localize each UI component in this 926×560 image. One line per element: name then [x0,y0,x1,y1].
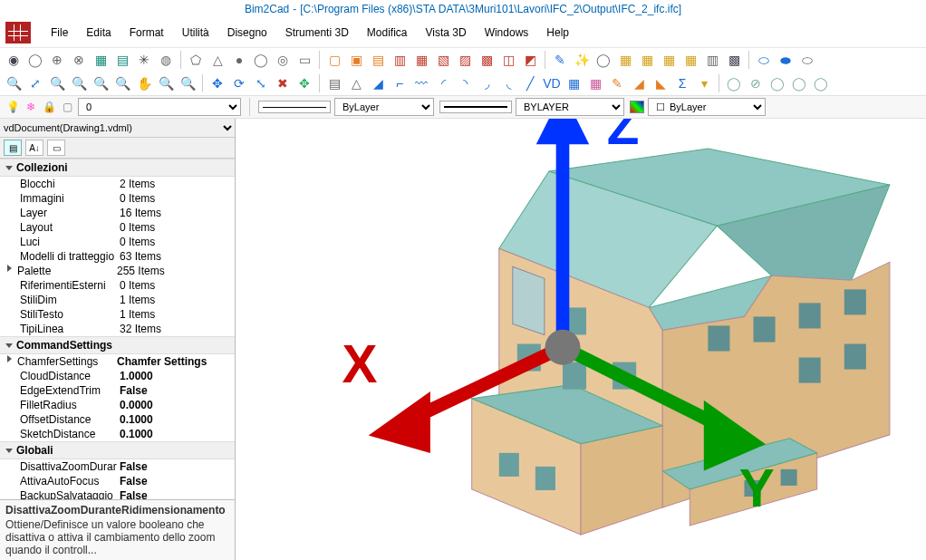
box-red7-icon[interactable]: ◩ [520,50,540,70]
box-red5-icon[interactable]: ▩ [477,50,497,70]
property-row[interactable]: ChamferSettingsChamfer Settings [0,354,235,369]
wedge-icon[interactable]: ◢ [368,73,388,93]
panel-page-icon[interactable]: ▭ [47,140,65,156]
panel-sort-icon[interactable]: A↓ [25,140,43,156]
circ2-icon[interactable]: ⊘ [746,73,766,93]
arc3-icon[interactable]: ◞ [477,73,497,93]
orbit-icon[interactable]: 🔍 [156,73,176,93]
copy-icon[interactable]: ✥ [294,73,314,93]
sum-icon[interactable]: Σ [672,73,692,93]
brush-icon[interactable]: ✎ [607,73,627,93]
zoom-extents-icon[interactable]: ⤢ [25,73,45,93]
property-row[interactable]: DisattivaZoomDurarFalse [0,459,235,474]
line1-icon[interactable]: ╱ [520,73,540,93]
tri2-icon[interactable]: ◣ [651,73,670,93]
property-row[interactable]: Luci0 Items [0,235,235,249]
box-icon[interactable]: ▭ [294,50,314,70]
cone-icon[interactable]: △ [207,50,227,70]
menu-strumenti-3d[interactable]: Strumenti 3D [276,23,358,43]
arc1-icon[interactable]: ◜ [433,73,453,93]
globe2-icon[interactable]: ⊗ [69,50,89,70]
panel-categorized-icon[interactable]: ▤ [4,140,22,156]
axes-icon[interactable]: ✳ [134,50,154,70]
zoom-prev-icon[interactable]: 🔍 [69,73,89,93]
pencil-icon[interactable]: ✎ [550,50,570,70]
circ5-icon[interactable]: ◯ [811,73,831,93]
freeze-icon[interactable]: ❄ [24,100,38,114]
measure-icon[interactable]: ◯ [593,50,613,70]
box-wire3-icon[interactable]: ▤ [368,50,388,70]
box-wire1-icon[interactable]: ▢ [324,50,344,70]
scale-icon[interactable]: ⤡ [251,73,271,93]
arc4-icon[interactable]: ◟ [498,73,518,93]
link2-icon[interactable]: ⬬ [776,50,796,70]
property-row[interactable]: Layer16 Items [0,206,235,220]
property-row[interactable]: TipiLinea32 Items [0,322,235,336]
menu-file[interactable]: File [42,23,77,43]
property-row[interactable]: Palette255 Items [0,264,235,278]
property-row[interactable]: OffsetDistance0.1000 [0,412,235,427]
menu-utilita[interactable]: Utilità [173,23,218,43]
dropdown1-icon[interactable]: ▾ [694,73,714,93]
properties-grid[interactable]: CollezioniBlocchi2 ItemsImmagini0 ItemsL… [0,159,235,499]
menu-help[interactable]: Help [537,23,578,43]
3d-viewport[interactable]: Z X Y [236,119,926,560]
link1-icon[interactable]: ⬭ [754,50,774,70]
menu-vista-3d[interactable]: Vista 3D [416,23,475,43]
layer-combo[interactable]: 0 [78,98,241,116]
checker-icon[interactable]: ▩ [724,50,744,70]
document-select[interactable]: vdDocument(Drawing1.vdml) [0,119,235,137]
stack4-icon[interactable]: ▦ [680,50,700,70]
box-red2-icon[interactable]: ▦ [411,50,431,70]
link3-icon[interactable]: ⬭ [797,50,817,70]
section-header[interactable]: Collezioni [0,159,235,177]
property-row[interactable]: AttivaAutoFocusFalse [0,474,235,488]
property-row[interactable]: Layout0 Items [0,220,235,235]
zoom-in-icon[interactable]: 🔍 [4,73,24,93]
sphere-wire-icon[interactable]: ◍ [156,50,176,70]
menu-modifica[interactable]: Modifica [358,23,417,43]
property-row[interactable]: RiferimentiEsterni0 Items [0,278,235,293]
zoom-all-icon[interactable]: 🔍 [178,73,198,93]
property-row[interactable]: CloudDistance1.0000 [0,369,235,383]
linetype-combo[interactable]: ByLayer [334,98,434,116]
zoom-minus-icon[interactable]: 🔍 [112,73,132,93]
property-row[interactable]: Modelli di tratteggio63 Items [0,249,235,264]
zoom-plus-icon[interactable]: 🔍 [91,73,111,93]
extrude-icon[interactable]: ▥ [702,50,722,70]
property-row[interactable]: StiliDim1 Items [0,293,235,307]
menu-disegno[interactable]: Disegno [218,23,276,43]
property-row[interactable]: SketchDistance0.1000 [0,427,235,441]
property-row[interactable]: Immagini0 Items [0,191,235,206]
stack3-icon[interactable]: ▦ [659,50,679,70]
rotate-icon[interactable]: ⟳ [229,73,249,93]
circ4-icon[interactable]: ◯ [789,73,809,93]
arc2-icon[interactable]: ◝ [455,73,475,93]
section-header[interactable]: Globali [0,441,235,459]
color-edit-icon[interactable]: ▦ [585,73,605,93]
move-icon[interactable]: ✥ [207,73,227,93]
zoom-window-icon[interactable]: 🔍 [47,73,67,93]
layer-edit-icon[interactable]: ▤ [324,73,344,93]
delete-icon[interactable]: ✖ [273,73,293,93]
property-row[interactable]: StiliTesto1 Items [0,307,235,322]
radial-icon[interactable]: ◉ [4,50,24,70]
box-red6-icon[interactable]: ◫ [498,50,518,70]
tri1-icon[interactable]: ◢ [629,73,649,93]
box-red3-icon[interactable]: ▧ [433,50,453,70]
box-red1-icon[interactable]: ▥ [390,50,410,70]
lineweight-combo[interactable]: BYLAYER [516,98,624,116]
grid3-icon[interactable]: ▦ [564,73,584,93]
menu-windows[interactable]: Windows [476,23,538,43]
color-combo[interactable]: ☐ [648,98,766,116]
stack2-icon[interactable]: ▦ [637,50,657,70]
pan-icon[interactable]: ✋ [134,73,154,93]
property-row[interactable]: EdgeExtendTrimFalse [0,383,235,398]
section-header[interactable]: CommandSettings [0,336,235,354]
property-row[interactable]: Blocchi2 Items [0,177,235,191]
circle-dot-icon[interactable]: ◯ [25,50,45,70]
sphere-icon[interactable]: ● [229,50,249,70]
cylinder-icon[interactable]: ◯ [251,50,271,70]
grid1-icon[interactable]: ▦ [91,50,111,70]
lock-icon[interactable]: 🔒 [42,100,56,114]
